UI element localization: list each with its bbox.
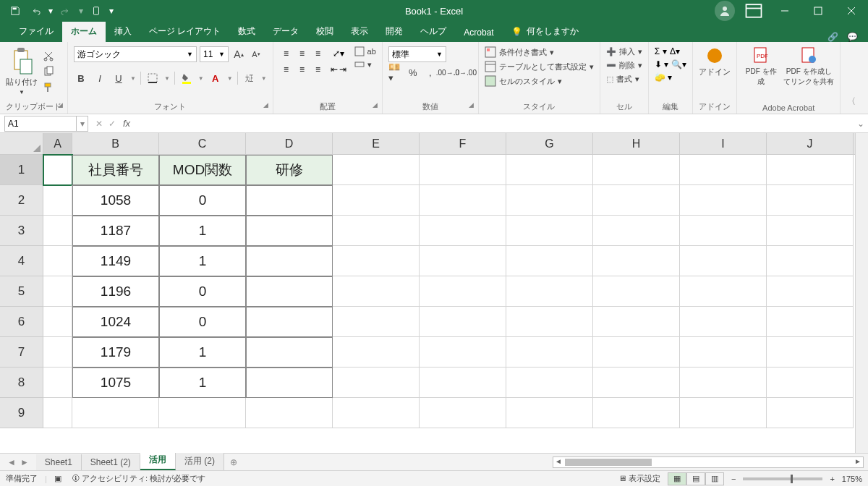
cell-F3[interactable] [420, 216, 506, 246]
accounting-button[interactable]: 💴▾ [388, 65, 403, 80]
decrease-decimal[interactable]: .0→.00 [458, 65, 472, 80]
col-header-E[interactable]: E [333, 133, 420, 154]
cell-I8[interactable] [680, 368, 767, 398]
cell-A5[interactable] [43, 276, 72, 307]
copy-button[interactable] [42, 65, 55, 78]
tab-データ[interactable]: データ [264, 21, 307, 42]
cell-F4[interactable] [420, 246, 506, 276]
underline-button[interactable]: U [111, 71, 126, 85]
cell-E7[interactable] [333, 337, 420, 368]
number-format-combo[interactable]: 標準▼ [388, 46, 446, 62]
cell-G6[interactable] [506, 307, 593, 337]
orientation-button[interactable]: ⤢▾ [331, 46, 346, 61]
fill-button[interactable]: ⬇ ▾ [655, 59, 668, 69]
tab-開発[interactable]: 開発 [377, 21, 412, 42]
minimize-button[interactable] [768, 0, 801, 22]
col-header-J[interactable]: J [767, 133, 854, 154]
tab-数式[interactable]: 数式 [229, 21, 264, 42]
cell-G8[interactable] [506, 368, 593, 398]
sheet-tab-Sheet1 (2)[interactable]: Sheet1 (2) [82, 454, 140, 470]
cell-B6[interactable]: 1024 [72, 307, 159, 337]
cell-F2[interactable] [420, 185, 506, 216]
row-header-1[interactable]: 1 [0, 155, 43, 185]
cell-J5[interactable] [767, 276, 854, 307]
row-header-7[interactable]: 7 [0, 337, 43, 368]
col-header-H[interactable]: H [593, 133, 680, 154]
redo-button[interactable] [56, 1, 75, 20]
paste-button[interactable]: 貼り付け ▼ [6, 46, 38, 95]
cell-F7[interactable] [420, 337, 506, 368]
maximize-button[interactable] [801, 0, 835, 22]
cell-G1[interactable] [506, 155, 593, 185]
cell-J8[interactable] [767, 368, 854, 398]
col-header-D[interactable]: D [246, 133, 333, 154]
cell-H8[interactable] [593, 368, 680, 398]
cell-C5[interactable]: 0 [159, 276, 246, 307]
cell-E6[interactable] [333, 307, 420, 337]
font-name-combo[interactable]: 游ゴシック▼ [74, 46, 197, 62]
cell-C6[interactable]: 0 [159, 307, 246, 337]
row-header-8[interactable]: 8 [0, 368, 43, 398]
cell-B4[interactable]: 1149 [72, 246, 159, 276]
cell-C4[interactable]: 1 [159, 246, 246, 276]
wrap-text-button[interactable]: ab [354, 46, 376, 56]
cell-G5[interactable] [506, 276, 593, 307]
clipboard-launcher[interactable]: ◢ [58, 101, 63, 109]
cell-D1[interactable]: 研修 [246, 155, 333, 185]
redo-dropdown[interactable]: ▾ [77, 1, 85, 20]
fx-icon[interactable]: fx [123, 118, 130, 129]
undo-dropdown[interactable]: ▾ [46, 1, 55, 20]
vertical-scrollbar[interactable] [855, 133, 868, 453]
align-left[interactable]: ≡ [279, 62, 294, 77]
cell-C1[interactable]: MOD関数 [159, 155, 246, 185]
sheet-tab-Sheet1[interactable]: Sheet1 [36, 454, 82, 470]
shrink-font-button[interactable]: A▾ [249, 47, 263, 61]
cell-G2[interactable] [506, 185, 593, 216]
font-color-button[interactable]: A [208, 71, 223, 85]
ribbon-display-button[interactable] [744, 1, 764, 21]
cut-button[interactable] [42, 49, 55, 62]
qat-customize[interactable]: ▾ [107, 1, 116, 20]
cell-C2[interactable]: 0 [159, 185, 246, 216]
format-as-table-button[interactable]: テーブルとして書式設定 ▾ [485, 61, 594, 72]
sort-filter-button[interactable]: ᐃ▾ [670, 46, 680, 56]
cell-B3[interactable]: 1187 [72, 216, 159, 246]
fill-color-button[interactable] [179, 71, 194, 85]
tab-ホーム[interactable]: ホーム [62, 21, 106, 42]
percent-button[interactable]: % [406, 65, 420, 80]
cell-J2[interactable] [767, 185, 854, 216]
cell-D8[interactable] [246, 368, 333, 398]
cell-F9[interactable] [420, 398, 506, 428]
border-button[interactable] [145, 71, 160, 85]
undo-button[interactable] [26, 1, 45, 20]
format-painter-button[interactable] [42, 81, 55, 94]
italic-button[interactable]: I [93, 71, 107, 85]
col-header-A[interactable]: A [43, 133, 72, 154]
cell-F6[interactable] [420, 307, 506, 337]
cancel-icon[interactable]: ✕ [95, 119, 103, 129]
account-button[interactable] [715, 1, 735, 21]
tell-me-search[interactable]: 💡 何をしますか [503, 21, 587, 42]
cell-E1[interactable] [333, 155, 420, 185]
font-launcher[interactable]: ◢ [263, 101, 268, 109]
zoom-in-button[interactable]: + [830, 475, 834, 483]
close-button[interactable] [835, 0, 868, 22]
cell-A8[interactable] [43, 368, 72, 398]
cell-styles-button[interactable]: セルのスタイル ▾ [485, 75, 594, 87]
cell-E5[interactable] [333, 276, 420, 307]
row-header-2[interactable]: 2 [0, 185, 43, 216]
col-header-C[interactable]: C [159, 133, 246, 154]
page-break-view-button[interactable]: ▥ [705, 472, 724, 485]
insert-cells-button[interactable]: ➕挿入 ▾ [606, 46, 642, 57]
format-cells-button[interactable]: ⬚書式 ▾ [606, 74, 642, 85]
comments-button[interactable]: 💬 [847, 32, 858, 42]
name-box-dropdown[interactable]: ▾ [77, 116, 88, 132]
merge-button[interactable]: ▾ [354, 59, 376, 69]
cell-A9[interactable] [43, 398, 72, 428]
cell-I1[interactable] [680, 155, 767, 185]
cell-C3[interactable]: 1 [159, 216, 246, 246]
cell-A7[interactable] [43, 337, 72, 368]
sheet-tab-活用[interactable]: 活用 [140, 451, 176, 470]
cell-G4[interactable] [506, 246, 593, 276]
cell-I4[interactable] [680, 246, 767, 276]
